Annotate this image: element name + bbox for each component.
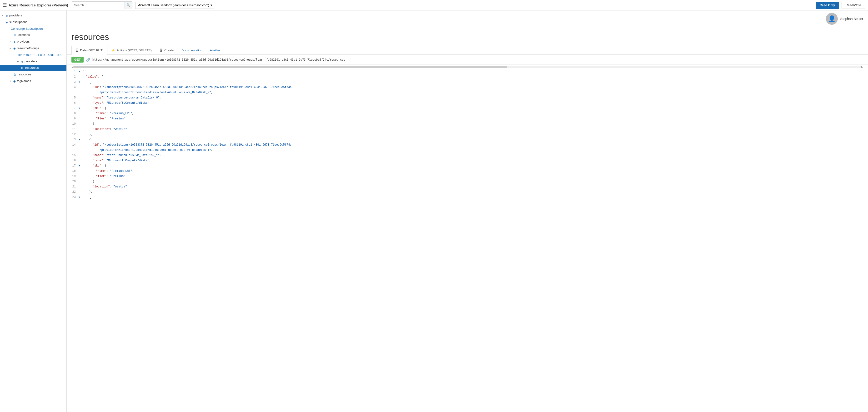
- user-avatar: 👤: [826, 13, 838, 25]
- create-icon: 🗄: [160, 48, 163, 52]
- cube-icon: ◈: [21, 59, 23, 64]
- scroll-thumb[interactable]: [73, 66, 507, 68]
- code-area: 1 ▼ { 2 "value": [ 3 ▼ { 4 "id":: [67, 69, 868, 412]
- sidebar-item-providers-root[interactable]: + ◈ providers: [0, 12, 66, 19]
- code-line: 8 "name": "Premium_LRS",: [67, 111, 868, 116]
- horizontal-scrollbar[interactable]: ◀ ▶: [71, 65, 863, 69]
- get-button[interactable]: GET: [71, 57, 84, 63]
- doc-icon: 🗎: [13, 33, 17, 38]
- sidebar-item-label: Concierge Subscription: [11, 26, 43, 31]
- search-button[interactable]: 🔍: [125, 2, 132, 9]
- search-input[interactable]: [72, 2, 125, 9]
- expand-icon: +: [9, 79, 13, 83]
- cube-icon: ◈: [13, 39, 16, 44]
- code-line: 17 ▼ "sku": {: [67, 164, 868, 169]
- expand-icon: −: [6, 27, 9, 31]
- chevron-down-icon: ▾: [211, 3, 212, 7]
- content-panel: 👤 Stephan Bester resources 🗄 Data (GET, …: [67, 10, 868, 412]
- code-line: 5 "name": "test-ubuntu-cus-vm_DataDisk_0…: [67, 96, 868, 101]
- sidebar-item-label: resources: [25, 65, 39, 70]
- read-write-button[interactable]: Read/Write: [842, 2, 865, 9]
- sidebar-item-label: learn-fa981191-c8c1-43d1-9d7...: [18, 53, 63, 58]
- expand-icon: −: [9, 46, 13, 51]
- link-icon: 🔗: [86, 58, 90, 62]
- avatar-icon: 👤: [828, 15, 836, 23]
- expand-icon: +: [17, 60, 21, 64]
- user-name: Stephan Bester: [840, 17, 863, 21]
- code-line: 14 "id": "/subscriptions/1e508372-582b-4…: [67, 143, 868, 148]
- sidebar-item-label: providers: [25, 59, 37, 64]
- expand-icon: −: [13, 53, 17, 57]
- code-line: 18 "name": "Premium_LRS",: [67, 169, 868, 174]
- url-bar: GET 🔗 https://management.azure.com/subsc…: [67, 55, 868, 65]
- code-line: 12 },: [67, 132, 868, 137]
- sidebar-item-concierge-subscription[interactable]: − Concierge Subscription: [0, 26, 66, 32]
- code-line: 9 "tier": "Premium": [67, 116, 868, 122]
- sidebar-item-tag-names[interactable]: + ◈ tagNames: [0, 78, 66, 85]
- sidebar-item-label: locations: [18, 33, 30, 38]
- app-logo: ☰ Azure Resource Explorer (Preview): [3, 3, 68, 8]
- tab-create[interactable]: 🗄 Create: [156, 46, 178, 55]
- sidebar-item-providers-nested[interactable]: + ◈ providers: [0, 58, 66, 65]
- sidebar-item-resource-groups[interactable]: − ◈ resourceGroups: [0, 45, 66, 52]
- tab-label: Ansible: [210, 48, 220, 52]
- sidebar-item-locations[interactable]: 🗎 locations: [0, 32, 66, 38]
- sidebar-item-label: tagNames: [17, 79, 31, 84]
- code-line: 3 ▼ {: [67, 80, 868, 85]
- tab-label: Actions (POST, DELETE): [117, 48, 152, 52]
- code-line: 4 "id": "/subscriptions/1e508372-582b-45…: [67, 85, 868, 91]
- sidebar-item-providers-sub[interactable]: + ◈ providers: [0, 38, 66, 45]
- tab-actions-post-delete[interactable]: ⚡ Actions (POST, DELETE): [107, 46, 156, 55]
- cube-icon: ◈: [6, 13, 8, 18]
- sidebar-item-label: resourceGroups: [17, 46, 39, 51]
- search-icon: 🔍: [126, 3, 130, 7]
- code-line: 16 "type": "Microsoft.Compute/disks",: [67, 159, 868, 164]
- logo-icon: ☰: [3, 3, 7, 8]
- read-only-button[interactable]: Read Only: [816, 2, 839, 9]
- code-line: 10 },: [67, 122, 868, 127]
- page-title: resources: [67, 27, 868, 46]
- sidebar-item-label: subscriptions: [9, 20, 27, 25]
- bolt-icon: ⚡: [112, 48, 115, 52]
- code-line: 6 "type": "Microsoft.Compute/disks",: [67, 101, 868, 106]
- tab-label: Create: [164, 48, 174, 52]
- expand-icon: +: [9, 40, 13, 44]
- code-line: 11 "location": "westus": [67, 127, 868, 132]
- subscription-dropdown[interactable]: Microsoft Learn Sandbox (learn.docs.micr…: [135, 2, 214, 9]
- sidebar-item-learn-rg[interactable]: − learn-fa981191-c8c1-43d1-9d7...: [0, 52, 66, 58]
- tab-label: Documentation: [182, 48, 202, 52]
- sidebar-item-resources-active[interactable]: 🗎 resources: [0, 65, 66, 71]
- code-line: 1 ▼ {: [67, 69, 868, 75]
- main-layout: + ◈ providers − ◈ subscriptions − Concie…: [0, 10, 868, 412]
- sidebar-item-resources-2[interactable]: 🗎 resources: [0, 71, 66, 78]
- sidebar: + ◈ providers − ◈ subscriptions − Concie…: [0, 10, 67, 412]
- search-container: 🔍: [72, 1, 132, 9]
- scroll-left-icon[interactable]: ◀: [71, 66, 73, 68]
- expand-icon: −: [2, 20, 5, 25]
- database-icon: 🗄: [75, 48, 79, 52]
- sidebar-item-label: providers: [17, 39, 30, 44]
- header-right: Read Only Read/Write: [816, 2, 865, 9]
- cube-icon: ◈: [6, 20, 8, 25]
- scroll-right-icon[interactable]: ▶: [861, 66, 863, 68]
- tab-label: Data (GET, PUT): [80, 48, 103, 52]
- code-line: /providers/Microsoft.Compute/disks/test-…: [67, 91, 868, 96]
- code-line: 2 "value": [: [67, 75, 868, 80]
- code-line: 20 },: [67, 179, 868, 184]
- tabs-bar: 🗄 Data (GET, PUT) ⚡ Actions (POST, DELET…: [67, 46, 868, 55]
- code-line: 19 "tier": "Premium": [67, 174, 868, 179]
- app-title: Azure Resource Explorer (Preview): [8, 3, 68, 7]
- tab-documentation[interactable]: Documentation: [178, 46, 206, 55]
- url-text: https://management.azure.com/subscriptio…: [92, 58, 863, 61]
- tab-ansible[interactable]: Ansible: [206, 46, 224, 55]
- subscription-label: Microsoft Learn Sandbox (learn.docs.micr…: [137, 3, 209, 7]
- cube-icon: ◈: [13, 46, 16, 51]
- sidebar-item-subscriptions[interactable]: − ◈ subscriptions: [0, 19, 66, 26]
- doc-icon: 🗎: [13, 72, 17, 77]
- code-line: 15 "name": "test-ubuntu-cus-vm_DataDisk_…: [67, 153, 868, 159]
- sidebar-item-label: resources: [18, 72, 31, 77]
- code-line: 21 "location": "westus": [67, 184, 868, 190]
- code-line: 22 },: [67, 190, 868, 195]
- tab-data-get-put[interactable]: 🗄 Data (GET, PUT): [71, 46, 107, 55]
- doc-icon: 🗎: [21, 66, 24, 71]
